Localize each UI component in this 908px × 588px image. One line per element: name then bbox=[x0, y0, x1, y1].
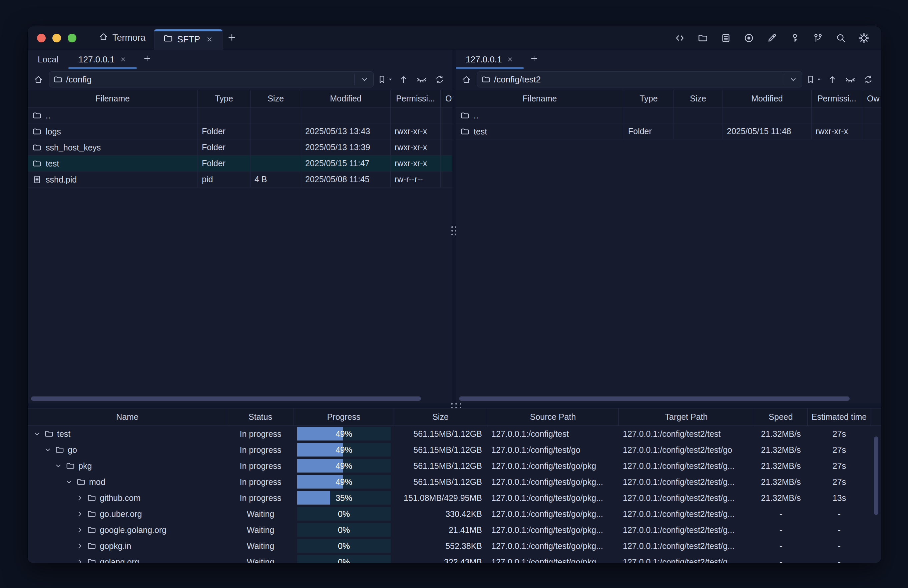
toggle-hidden-files-button[interactable] bbox=[843, 72, 858, 87]
chevron-down-icon[interactable] bbox=[44, 446, 52, 454]
vertical-scrollbar-thumb[interactable] bbox=[874, 437, 878, 515]
file-row-test[interactable]: testFolder2025/05/15 11:48rwxr-xr-x bbox=[456, 124, 881, 140]
file-row-..[interactable]: .. bbox=[456, 108, 881, 124]
file-row-test[interactable]: testFolder2025/05/15 11:47rwxr-xr-x bbox=[28, 156, 452, 172]
file-row-ssh_host_keys[interactable]: ssh_host_keysFolder2025/05/13 13:39rwxr-… bbox=[28, 140, 452, 156]
chevron-right-icon[interactable] bbox=[76, 510, 84, 518]
transfer-name-label: gopkg.in bbox=[100, 538, 131, 554]
path-dropdown-button[interactable] bbox=[784, 72, 802, 87]
column-header-filename[interactable]: Filename bbox=[456, 90, 624, 108]
panel-splitter[interactable] bbox=[452, 50, 456, 403]
minimize-window-button[interactable] bbox=[52, 34, 61, 42]
column-header-type[interactable]: Type bbox=[198, 90, 251, 108]
transfer-row-go.uber.org[interactable]: go.uber.orgWaiting0%330.42KB127.0.0.1:/c… bbox=[28, 506, 881, 522]
cell-source: 127.0.0.1:/config/test/go/pkg... bbox=[487, 490, 619, 506]
transfer-row-github.com[interactable]: github.comIn progress35%151.08MB/429.95M… bbox=[28, 490, 881, 506]
pencil-icon[interactable] bbox=[765, 31, 779, 45]
keychain-icon[interactable] bbox=[811, 31, 825, 45]
refresh-icon bbox=[863, 74, 873, 84]
column-header-filename[interactable]: Filename bbox=[28, 90, 198, 108]
bookmark-button[interactable] bbox=[806, 74, 822, 84]
column-header-modified[interactable]: Modified bbox=[301, 90, 391, 108]
toggle-hidden-files-button[interactable] bbox=[414, 72, 429, 87]
horizontal-scrollbar-thumb[interactable] bbox=[459, 396, 850, 401]
folder-icon[interactable] bbox=[696, 31, 710, 45]
column-header-modified[interactable]: Modified bbox=[723, 90, 811, 108]
chevron-down-icon[interactable] bbox=[65, 478, 73, 486]
file-text-icon[interactable] bbox=[719, 31, 733, 45]
column-header-speed[interactable]: Speed bbox=[754, 408, 808, 426]
path-dropdown-button[interactable] bbox=[356, 72, 373, 87]
transfer-row-gopkg.in[interactable]: gopkg.inWaiting0%552.38KB127.0.0.1:/conf… bbox=[28, 538, 881, 554]
cell-size: 330.42KB bbox=[394, 506, 487, 522]
column-header-permissi[interactable]: Permissi... bbox=[391, 90, 441, 108]
column-header-size[interactable]: Size bbox=[394, 408, 487, 426]
column-header-ow[interactable]: Ow bbox=[441, 90, 452, 108]
key-icon[interactable] bbox=[788, 31, 802, 45]
file-row-logs[interactable]: logsFolder2025/05/13 13:43rwxr-xr-x bbox=[28, 124, 452, 140]
column-header-source-path[interactable]: Source Path bbox=[487, 408, 619, 426]
cell-source: 127.0.0.1:/config/test/go/pkg... bbox=[487, 506, 619, 522]
close-tab-icon[interactable] bbox=[119, 56, 127, 63]
close-tab-icon[interactable] bbox=[506, 56, 514, 63]
home-button[interactable] bbox=[31, 72, 46, 87]
caret-down-icon[interactable] bbox=[816, 77, 822, 82]
column-header-target-path[interactable]: Target Path bbox=[619, 408, 754, 426]
tab-host-127-0-0-1[interactable]: 127.0.0.1 bbox=[456, 50, 524, 69]
file-row-sshd.pid[interactable]: sshd.pidpid4 B2025/05/08 11:45rw-r--r-- bbox=[28, 172, 452, 188]
horizontal-scrollbar-thumb[interactable] bbox=[31, 396, 421, 401]
tab-sftp[interactable]: SFTP bbox=[154, 29, 222, 50]
close-window-button[interactable] bbox=[37, 34, 46, 42]
zoom-window-button[interactable] bbox=[68, 34, 76, 42]
transfer-row-go[interactable]: goIn progress49%561.15MB/1.12GB127.0.0.1… bbox=[28, 442, 881, 458]
chevron-right-icon[interactable] bbox=[76, 542, 84, 550]
close-tab-icon[interactable] bbox=[206, 35, 214, 43]
go-up-button[interactable] bbox=[396, 72, 411, 87]
new-tab-button[interactable] bbox=[222, 26, 241, 50]
bookmark-button[interactable] bbox=[377, 74, 393, 84]
transfer-splitter[interactable] bbox=[28, 403, 881, 408]
filename-label: .. bbox=[46, 108, 50, 123]
column-header-estimated-time[interactable]: Estimated time bbox=[808, 408, 871, 426]
column-header-type[interactable]: Type bbox=[624, 90, 673, 108]
column-header-status[interactable]: Status bbox=[227, 408, 294, 426]
chevron-right-icon[interactable] bbox=[76, 526, 84, 534]
right-path-input[interactable]: /config/test2 bbox=[477, 71, 802, 87]
transfer-row-pkg[interactable]: pkgIn progress49%561.15MB/1.12GB127.0.0.… bbox=[28, 458, 881, 474]
tab-termora[interactable]: Termora bbox=[90, 26, 154, 50]
cell-type: Folder bbox=[198, 124, 251, 140]
new-connection-tab-button[interactable] bbox=[137, 50, 158, 69]
column-header-permissi[interactable]: Permissi... bbox=[811, 90, 862, 108]
caret-down-icon[interactable] bbox=[388, 77, 393, 82]
column-header-size[interactable]: Size bbox=[673, 90, 723, 108]
cell-target: 127.0.0.1:/config/test2/test/g... bbox=[619, 506, 754, 522]
refresh-button[interactable] bbox=[432, 72, 447, 87]
new-connection-tab-button[interactable] bbox=[524, 50, 544, 69]
gear-icon[interactable] bbox=[857, 31, 871, 45]
progress-label: 0% bbox=[297, 507, 391, 520]
home-button[interactable] bbox=[459, 72, 474, 87]
left-path-input[interactable]: /config bbox=[49, 71, 374, 87]
transfer-row-golang.org[interactable]: golang.orgWaiting0%322.43MB127.0.0.1:/co… bbox=[28, 554, 881, 563]
refresh-button[interactable] bbox=[861, 72, 876, 87]
tab-host-127-0-0-1[interactable]: 127.0.0.1 bbox=[68, 50, 137, 69]
tab-local[interactable]: Local bbox=[28, 50, 68, 69]
column-header-ow[interactable]: Ow bbox=[862, 90, 881, 108]
file-row-..[interactable]: .. bbox=[28, 108, 452, 124]
chevron-right-icon[interactable] bbox=[76, 558, 84, 563]
chevron-down-icon[interactable] bbox=[33, 430, 41, 438]
status-label: In progress bbox=[227, 490, 294, 506]
transfer-row-google.golang.org[interactable]: google.golang.orgWaiting0%21.41MB127.0.0… bbox=[28, 522, 881, 538]
search-icon[interactable] bbox=[834, 31, 848, 45]
column-header-progress[interactable]: Progress bbox=[294, 408, 394, 426]
column-header-name[interactable]: Name bbox=[28, 408, 227, 426]
chevron-down-icon[interactable] bbox=[55, 462, 63, 470]
transfer-row-test[interactable]: testIn progress49%561.15MB/1.12GB127.0.0… bbox=[28, 426, 881, 442]
column-header-size[interactable]: Size bbox=[251, 90, 301, 108]
record-icon[interactable] bbox=[742, 31, 756, 45]
status-label: In progress bbox=[227, 442, 294, 458]
chevron-right-icon[interactable] bbox=[76, 494, 84, 502]
code-icon[interactable] bbox=[673, 31, 687, 45]
go-up-button[interactable] bbox=[825, 72, 840, 87]
transfer-row-mod[interactable]: modIn progress49%561.15MB/1.12GB127.0.0.… bbox=[28, 474, 881, 490]
